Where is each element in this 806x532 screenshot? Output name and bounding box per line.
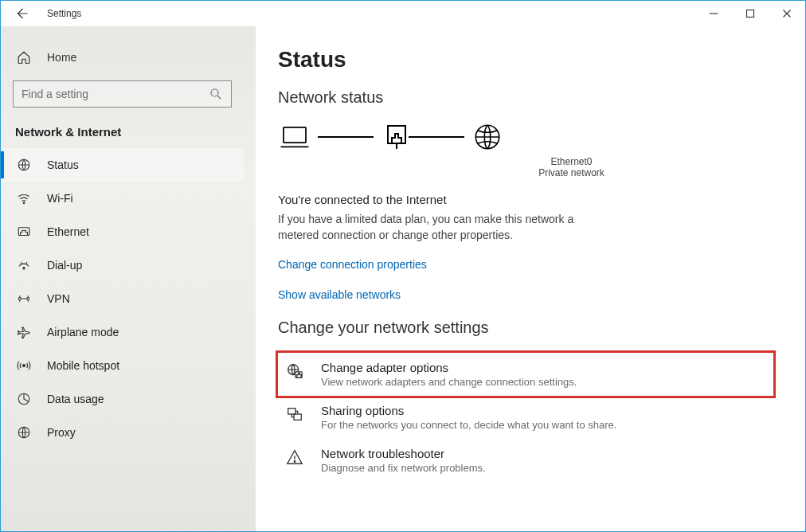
sidebar-item-label: Airplane mode [47,326,119,338]
sidebar-item-label: Dial-up [47,259,82,272]
card-desc: View network adapters and change connect… [321,376,577,388]
connected-heading: You're connected to the Internet [278,193,773,206]
sidebar-item-label: Proxy [47,426,76,439]
sidebar-item-wifi[interactable]: Wi-Fi [1,182,244,215]
sidebar-item-datausage[interactable]: Data usage [1,382,244,416]
sidebar-item-label: Ethernet [47,225,89,238]
sharing-icon [286,404,307,423]
card-sharing-options[interactable]: Sharing options For the networks you con… [278,396,773,439]
back-button[interactable] [6,1,37,26]
titlebar: Settings [1,1,805,26]
network-diagram [278,123,773,151]
sidebar-item-label: Status [47,158,79,171]
section-network-status: Network status [278,88,773,107]
sidebar-item-vpn[interactable]: VPN [1,282,244,315]
svg-point-6 [18,298,21,300]
card-desc: For the networks you connect to, decide … [321,419,616,431]
category-heading: Network & Internet [1,119,244,148]
search-icon [209,87,223,101]
svg-rect-0 [747,10,754,18]
adapter-globe-icon [286,361,307,380]
adapter-name: Ethernet0 [370,156,773,167]
svg-point-18 [294,460,295,461]
search-input[interactable]: Find a setting [13,80,232,108]
warning-triangle-icon [286,447,307,466]
link-change-connection-properties[interactable]: Change connection properties [278,258,773,271]
main-content: Status Network status Ethernet0 Private … [256,26,805,531]
sidebar-item-label: Data usage [47,393,104,405]
sidebar-item-dialup[interactable]: Dial-up [1,248,244,282]
internet-globe-icon [471,123,504,151]
adapter-icon [380,123,402,151]
maximize-button[interactable] [732,1,769,26]
card-title: Network troubleshooter [321,447,486,460]
sidebar: Home Find a setting Network & Internet S… [1,26,256,531]
svg-rect-11 [284,127,306,143]
card-title: Change adapter options [321,361,577,374]
svg-point-7 [27,298,29,300]
airplane-icon [17,325,31,339]
svg-rect-17 [294,414,301,420]
home-nav[interactable]: Home [1,42,244,72]
data-usage-icon [17,392,31,406]
sidebar-item-hotspot[interactable]: Mobile hotspot [1,349,244,382]
hotspot-icon [17,358,31,373]
connection-line [409,136,464,138]
laptop-icon [278,123,311,151]
sidebar-item-ethernet[interactable]: Ethernet [1,215,244,248]
svg-point-5 [23,268,25,269]
diagram-label: Ethernet0 Private network [370,156,773,178]
card-desc: Diagnose and fix network problems. [321,462,486,474]
svg-point-8 [23,365,25,367]
svg-point-3 [23,202,25,204]
connected-description: If you have a limited data plan, you can… [278,211,612,244]
minimize-button[interactable] [695,1,732,26]
card-network-troubleshooter[interactable]: Network troubleshooter Diagnose and fix … [278,439,773,482]
card-change-adapter-options[interactable]: Change adapter options View network adap… [278,353,773,396]
page-title: Status [278,47,773,72]
dialup-icon [17,258,31,272]
wifi-icon [17,191,31,205]
sidebar-item-status[interactable]: Status [1,148,244,182]
section-change-settings: Change your network settings [278,319,773,337]
ethernet-icon [17,225,31,239]
link-show-available-networks[interactable]: Show available networks [278,288,773,301]
sidebar-item-airplane[interactable]: Airplane mode [1,315,244,349]
sidebar-item-label: VPN [47,292,70,305]
sidebar-item-label: Wi-Fi [47,192,73,205]
nav-list: Status Wi-Fi Ethernet Dial-up VPN Airpla… [1,148,244,449]
proxy-icon [17,425,31,440]
sidebar-item-label: Mobile hotspot [47,359,119,372]
home-label: Home [47,51,76,64]
globe-icon [17,158,31,172]
close-button[interactable] [769,1,805,26]
search-placeholder: Find a setting [22,88,88,100]
window-title: Settings [47,8,81,19]
home-icon [17,50,31,65]
network-type: Private network [370,167,773,178]
svg-point-1 [211,89,218,96]
card-title: Sharing options [321,404,616,417]
connection-line [318,136,374,138]
vpn-icon [17,291,31,306]
svg-rect-16 [288,408,295,413]
sidebar-item-proxy[interactable]: Proxy [1,416,244,449]
